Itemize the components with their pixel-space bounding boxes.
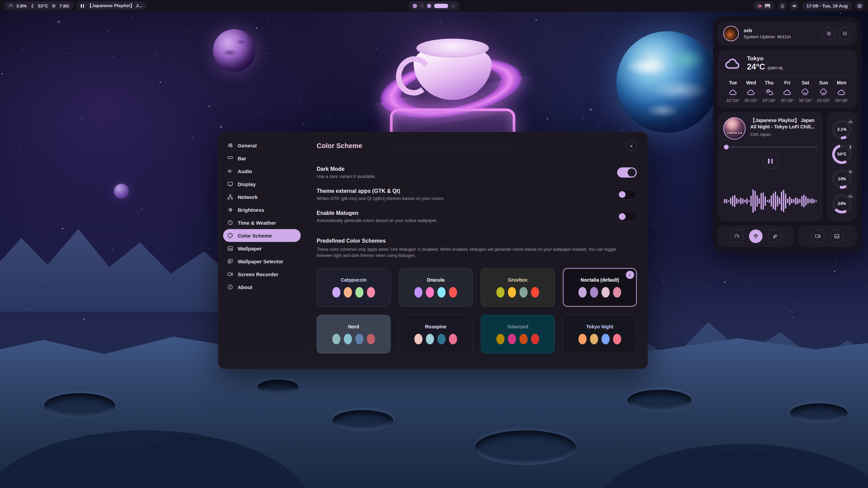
color-dot <box>355 287 363 298</box>
sidebar-item-bar[interactable]: Bar <box>223 152 301 165</box>
pause-icon <box>81 4 84 8</box>
visualizer-bar <box>791 199 792 203</box>
workspace-dot-2[interactable] <box>420 4 424 8</box>
star <box>190 30 191 31</box>
workspace-dot-1[interactable] <box>413 4 417 8</box>
system-tray[interactable]: Uc <box>753 1 774 10</box>
memory-usage: 7.8G <box>59 3 69 8</box>
star <box>22 48 23 48</box>
pause-button[interactable] <box>763 153 778 169</box>
sun-cloud-icon <box>765 88 774 96</box>
thermometer-icon <box>847 143 854 150</box>
scheme-card-solarized[interactable]: Solarized <box>481 315 555 353</box>
close-button[interactable]: × <box>626 140 637 151</box>
power-icon <box>842 31 848 36</box>
scheme-card-noctalia-selected[interactable]: ✓ Noctalia (default) <box>563 268 637 307</box>
color-dot <box>578 334 587 344</box>
dark-mode-toggle[interactable] <box>617 167 637 178</box>
media-progress-bar[interactable] <box>723 146 817 148</box>
sidebar-item-color-scheme[interactable]: Color Scheme <box>223 229 301 242</box>
volume-button[interactable] <box>790 1 799 10</box>
sidebar-item-wallpaper-selector[interactable]: Wallpaper Selector <box>223 255 301 268</box>
performance-profile-button[interactable] <box>730 229 744 243</box>
workspace-indicator[interactable] <box>409 1 459 10</box>
sidebar-item-audio[interactable]: Audio <box>223 165 301 178</box>
day-temps: 35°/25° <box>742 98 760 103</box>
wallpaper-tray-icon[interactable] <box>765 3 770 8</box>
track-title: 【Japanese Playlist】 Japan All Night - To… <box>750 117 817 130</box>
star <box>21 150 21 151</box>
balanced-profile-button[interactable] <box>749 229 763 243</box>
color-dot <box>508 334 516 344</box>
scheme-card-nord[interactable]: Nord <box>317 315 391 353</box>
weather-temp: 24°C <box>747 62 765 72</box>
forecast-day: Sun 33°/26° <box>814 80 832 103</box>
cloud-icon <box>747 88 755 96</box>
visualizer-bar <box>728 200 729 202</box>
star <box>58 21 59 22</box>
app-launcher-button[interactable] <box>855 1 864 10</box>
sidebar-item-wallpaper[interactable]: Wallpaper <box>223 242 301 255</box>
wallpaper-button[interactable] <box>830 229 844 243</box>
cpu-gauge-icon <box>8 3 13 8</box>
visualizer-bar <box>811 198 813 204</box>
sidebar-item-network[interactable]: Network <box>223 190 301 203</box>
sidebar-item-label: Brightness <box>238 207 264 213</box>
scheme-card-gruvbox[interactable]: Gruvbox <box>481 268 555 307</box>
visualizer-bar <box>789 197 790 205</box>
scheme-card-catppuccin[interactable]: Catppuccin <box>317 268 391 307</box>
weather-cloud-icon <box>724 56 742 70</box>
visualizer-bar <box>756 195 758 207</box>
color-dot <box>344 334 352 344</box>
clock-pill[interactable]: 17:09 - Tue, 19 Aug <box>802 1 852 10</box>
visualizer-bar <box>761 193 762 209</box>
theme-external-toggle[interactable] <box>617 189 637 200</box>
star <box>806 263 806 264</box>
visualizer-bar <box>750 196 752 206</box>
day-temps: 35°/26° <box>778 98 796 103</box>
scheme-colors <box>578 334 621 344</box>
setting-title: Theme external apps (GTK & Qt) <box>317 188 445 194</box>
visualizer-bar <box>779 198 780 204</box>
system-stats-pill[interactable]: 3.8% 53°C 7.8G <box>4 1 73 10</box>
control-panel: seb System Uptime: 4h11m Tokyo 24°C <box>713 17 862 252</box>
scheme-card-tokyo-night[interactable]: Tokyo Night <box>563 315 637 353</box>
forecast-row: Tue 33°/24° Wed 35°/25° Thu 33°/26° Fri <box>724 80 851 103</box>
sidebar-item-time-weather[interactable]: Time & Weather <box>223 216 301 229</box>
power-button[interactable] <box>839 27 851 40</box>
star <box>609 94 610 94</box>
visualizer-bar <box>787 199 788 203</box>
sidebar-item-about[interactable]: About <box>223 281 301 293</box>
settings-button[interactable] <box>822 27 835 40</box>
brightness-icon <box>227 207 233 213</box>
star <box>836 262 836 262</box>
screen-recorder-button[interactable] <box>811 229 825 243</box>
sidebar-item-brightness[interactable]: Brightness <box>223 203 301 216</box>
sidebar-item-general[interactable]: General <box>223 139 301 152</box>
workspace-dot-3[interactable] <box>427 4 431 8</box>
star <box>583 118 583 118</box>
visualizer-bar <box>736 198 737 204</box>
sidebar-item-display[interactable]: Display <box>223 178 301 190</box>
power-saver-profile-button[interactable] <box>768 229 782 243</box>
network-icon <box>227 194 233 200</box>
visualizer-bar <box>771 195 772 207</box>
scheme-card-dracula[interactable]: Dracula <box>399 268 473 307</box>
color-dot <box>414 334 422 344</box>
visualizer-bar <box>734 195 735 207</box>
star <box>653 224 654 225</box>
progress-knob[interactable] <box>724 145 729 149</box>
tray-app-icon[interactable]: Uc <box>757 4 762 8</box>
color-dot <box>426 334 434 344</box>
star <box>268 18 268 19</box>
scheme-card-rosepine[interactable]: Rosepine <box>399 315 473 353</box>
notifications-button[interactable] <box>778 1 787 10</box>
sidebar-item-screen-recorder[interactable]: Screen Recorder <box>223 268 301 281</box>
workspace-dot-4-active[interactable] <box>434 4 448 8</box>
sidebar-item-label: Audio <box>238 168 252 174</box>
workspace-dot-5[interactable] <box>451 4 455 8</box>
visualizer-bar <box>783 190 784 212</box>
matugen-toggle[interactable] <box>617 211 637 222</box>
star <box>112 249 113 250</box>
media-pill[interactable]: 【Japanese Playlist】 J... <box>77 1 146 10</box>
